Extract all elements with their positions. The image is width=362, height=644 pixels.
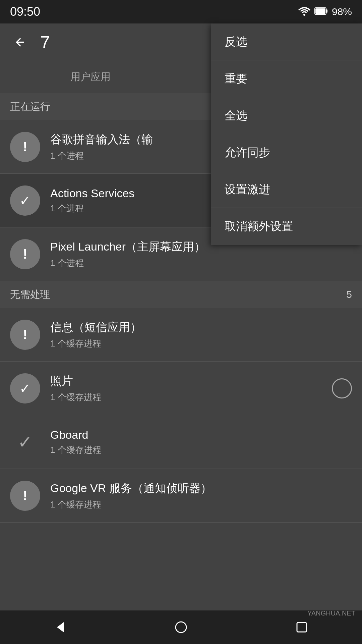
tab-user-apps[interactable]: 用户应用 — [0, 61, 181, 93]
app-icon-exclaim-7: ! — [10, 481, 40, 511]
battery-icon — [314, 6, 328, 17]
app-icon-exclaim-4: ! — [10, 320, 40, 350]
svg-point-0 — [303, 14, 305, 16]
app-process-7: 1 个缓存进程 — [50, 499, 352, 511]
watermark: YANGHUA.NET — [307, 609, 355, 617]
dropdown-item-select-all[interactable]: 全选 — [211, 97, 362, 134]
section-not-needed-title: 无需处理 — [10, 288, 50, 302]
dropdown-menu: 反选 重要 全选 允许同步 设置激进 取消额外设置 — [211, 23, 362, 245]
dropdown-item-allow-sync[interactable]: 允许同步 — [211, 134, 362, 171]
nav-recent-button[interactable] — [288, 614, 315, 641]
wifi-icon — [298, 6, 310, 17]
app-process-3: 1 个进程 — [50, 257, 352, 269]
selected-count: 7 — [40, 32, 50, 52]
app-item-gboard[interactable]: ✓ Gboard 1 个缓存进程 — [0, 415, 362, 469]
app-icon-check-5: ✓ — [10, 373, 40, 404]
nav-back-button[interactable] — [47, 614, 74, 641]
app-process-6: 1 个缓存进程 — [50, 444, 352, 456]
app-name-4: 信息（短信应用） — [50, 320, 352, 335]
svg-marker-4 — [57, 622, 64, 632]
dropdown-item-invert[interactable]: 反选 — [211, 23, 362, 60]
nav-home-button[interactable] — [168, 614, 194, 641]
app-icon-exclaim-3: ! — [10, 239, 40, 269]
dropdown-item-important[interactable]: 重要 — [211, 60, 362, 97]
svg-point-5 — [176, 622, 186, 633]
app-item-photos[interactable]: ✓ 照片 1 个缓存进程 — [0, 362, 362, 415]
dropdown-item-cancel-extra[interactable]: 取消额外设置 — [211, 208, 362, 245]
svg-rect-2 — [326, 9, 327, 13]
app-item-messages[interactable]: ! 信息（短信应用） 1 个缓存进程 — [0, 308, 362, 362]
app-name-6: Gboard — [50, 428, 352, 441]
app-icon-exclaim-1: ! — [10, 132, 40, 162]
radio-button-photos[interactable] — [332, 378, 352, 398]
svg-rect-3 — [315, 8, 325, 14]
section-not-needed-count: 5 — [346, 289, 352, 300]
status-icons: 98% — [298, 6, 352, 17]
app-process-5: 1 个缓存进程 — [50, 391, 322, 403]
section-not-needed-header: 无需处理 5 — [0, 281, 362, 308]
battery-level: 98% — [332, 6, 352, 17]
status-bar: 09:50 98% — [0, 0, 362, 23]
app-item-google-vr[interactable]: ! Google VR 服务（通知侦听器） 1 个缓存进程 — [0, 469, 362, 523]
section-running-title: 正在运行 — [10, 100, 50, 114]
app-icon-check-2: ✓ — [10, 185, 40, 216]
status-time: 09:50 — [10, 5, 40, 19]
svg-rect-6 — [297, 623, 306, 632]
dropdown-item-set-aggressive[interactable]: 设置激进 — [211, 171, 362, 208]
app-icon-checkmark-6: ✓ — [10, 427, 40, 457]
back-button[interactable] — [10, 32, 30, 52]
app-name-7: Google VR 服务（通知侦听器） — [50, 481, 352, 496]
app-name-5: 照片 — [50, 373, 322, 389]
app-process-4: 1 个缓存进程 — [50, 338, 352, 350]
